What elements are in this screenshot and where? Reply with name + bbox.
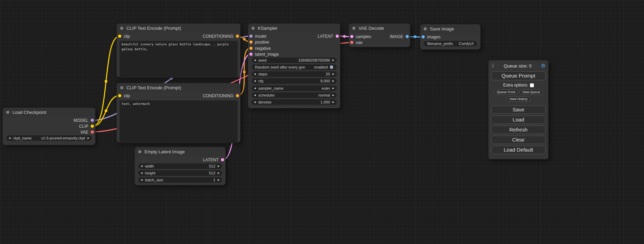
slot-dot-icon[interactable] bbox=[91, 119, 94, 122]
input-slot-positive[interactable]: positive bbox=[248, 39, 269, 45]
view-queue-button[interactable]: View Queue bbox=[519, 89, 543, 95]
node-header[interactable]: CLIP Text Encode (Prompt) bbox=[117, 83, 240, 92]
drag-handle-icon[interactable]: ⣿ bbox=[491, 63, 494, 68]
widget-ckpt-name[interactable]: ◀ ckpt_name v1-5-pruned-emaonly.ckpt ▶ bbox=[6, 135, 92, 141]
widget-scheduler[interactable]: ◀ scheduler normal ▶ bbox=[252, 92, 337, 98]
node-header[interactable]: Load Checkpoint bbox=[3, 108, 95, 117]
decrement-arrow-icon[interactable]: ◀ bbox=[254, 87, 256, 90]
slot-dot-icon[interactable] bbox=[91, 125, 94, 128]
widget-cfg[interactable]: ◀ cfg 8.000 ▶ bbox=[252, 78, 337, 84]
output-slot-conditioning[interactable]: CONDITIONING bbox=[203, 93, 240, 99]
output-slot-conditioning[interactable]: CONDITIONING bbox=[203, 33, 240, 39]
output-slot-vae[interactable]: VAE bbox=[80, 129, 95, 135]
output-slot-latent[interactable]: LATENT bbox=[318, 33, 340, 39]
slot-dot-icon[interactable] bbox=[221, 158, 224, 161]
wire-midpoint-dot[interactable] bbox=[243, 71, 246, 73]
collapse-dot-icon[interactable] bbox=[6, 111, 9, 114]
prompt-textarea[interactable]: text, watermark bbox=[120, 100, 238, 143]
node-header[interactable]: VAE Decode bbox=[349, 24, 410, 33]
decrement-arrow-icon[interactable]: ◀ bbox=[254, 59, 256, 62]
slot-dot-icon[interactable] bbox=[91, 130, 94, 134]
view-history-button[interactable]: View History bbox=[506, 96, 530, 102]
input-slot-model[interactable]: model bbox=[248, 33, 266, 39]
decrement-arrow-icon[interactable]: ◀ bbox=[254, 73, 256, 75]
increment-arrow-icon[interactable]: ▶ bbox=[333, 73, 334, 75]
input-slot-images[interactable]: images bbox=[420, 34, 441, 40]
toggle-dot-icon[interactable] bbox=[330, 65, 333, 69]
wire-midpoint-dot[interactable] bbox=[243, 38, 246, 40]
widget-seed[interactable]: ◀ seed 156680208700286 ▶ bbox=[252, 57, 337, 63]
prompt-textarea[interactable]: beautiful scenery nature glass bottle la… bbox=[120, 41, 238, 78]
output-slot-image[interactable]: IMAGE bbox=[390, 34, 410, 39]
load-default-button[interactable]: Load Default bbox=[491, 146, 546, 154]
input-slot-negative[interactable]: negative bbox=[248, 45, 271, 51]
node-header[interactable]: Empty Latent Image bbox=[135, 147, 226, 156]
increment-arrow-icon[interactable]: ▶ bbox=[333, 80, 334, 82]
node-vae-decode[interactable]: VAE Decode samples vae IMAGE bbox=[349, 24, 410, 47]
decrement-arrow-icon[interactable]: ◀ bbox=[254, 80, 256, 82]
comfy-menu-panel[interactable]: ⣿ Queue size: 0 ⚙ Queue Prompt Extra opt… bbox=[488, 60, 548, 159]
widget-steps[interactable]: ◀ steps 20 ▶ bbox=[252, 71, 337, 77]
slot-dot-icon[interactable] bbox=[406, 35, 409, 38]
slot-dot-icon[interactable] bbox=[236, 94, 239, 97]
slot-dot-icon[interactable] bbox=[249, 53, 253, 56]
wire-midpoint-dot[interactable] bbox=[105, 109, 107, 112]
increment-arrow-icon[interactable]: ▶ bbox=[218, 165, 220, 168]
collapse-dot-icon[interactable] bbox=[120, 27, 123, 30]
decrement-arrow-icon[interactable]: ◀ bbox=[141, 172, 142, 174]
input-slot-vae[interactable]: vae bbox=[349, 39, 362, 45]
collapse-dot-icon[interactable] bbox=[352, 27, 355, 30]
queue-prompt-button[interactable]: Queue Prompt bbox=[491, 71, 546, 80]
node-load-checkpoint[interactable]: Load Checkpoint MODEL CLIP VAE ◀ ckpt_na… bbox=[3, 108, 95, 145]
slot-dot-icon[interactable] bbox=[350, 41, 353, 44]
node-header[interactable]: CLIP Text Encode (Prompt) bbox=[117, 24, 240, 33]
input-slot-clip[interactable]: clip bbox=[117, 93, 130, 99]
increment-arrow-icon[interactable]: ▶ bbox=[333, 87, 334, 90]
widget-batch-size[interactable]: ◀ batch_size 1 ▶ bbox=[138, 177, 222, 183]
slot-dot-icon[interactable] bbox=[118, 94, 121, 97]
increment-arrow-icon[interactable]: ▶ bbox=[333, 101, 334, 103]
input-slot-latent-image[interactable]: latent_image bbox=[248, 51, 279, 57]
increment-arrow-icon[interactable]: ▶ bbox=[88, 137, 89, 139]
extra-options-checkbox[interactable] bbox=[530, 83, 534, 87]
collapse-dot-icon[interactable] bbox=[120, 86, 123, 89]
increment-arrow-icon[interactable]: ▶ bbox=[218, 179, 220, 181]
slot-dot-icon[interactable] bbox=[350, 35, 353, 38]
widget-random-seed[interactable]: Random seed after every gen enabled bbox=[252, 64, 337, 70]
output-slot-latent[interactable]: LATENT bbox=[203, 157, 226, 163]
collapse-dot-icon[interactable] bbox=[138, 150, 141, 153]
decrement-arrow-icon[interactable]: ◀ bbox=[141, 165, 142, 168]
decrement-arrow-icon[interactable]: ◀ bbox=[9, 137, 10, 139]
node-clip-text-encode-negative[interactable]: CLIP Text Encode (Prompt) clip CONDITION… bbox=[117, 83, 240, 143]
wire-midpoint-dot[interactable] bbox=[105, 80, 107, 83]
node-header[interactable]: Save Image bbox=[420, 24, 480, 33]
wire-midpoint-dot[interactable] bbox=[343, 35, 346, 38]
node-ksampler[interactable]: KSampler model positive negative latent_… bbox=[248, 24, 340, 108]
slot-dot-icon[interactable] bbox=[249, 40, 253, 44]
output-slot-clip[interactable]: CLIP bbox=[79, 123, 95, 129]
save-button[interactable]: Save bbox=[491, 106, 546, 114]
increment-arrow-icon[interactable]: ▶ bbox=[333, 94, 334, 97]
slot-dot-icon[interactable] bbox=[422, 35, 425, 38]
slot-dot-icon[interactable] bbox=[118, 35, 121, 38]
widget-sampler-name[interactable]: ◀ sampler_name euler ▶ bbox=[252, 85, 337, 91]
clear-button[interactable]: Clear bbox=[491, 136, 546, 144]
decrement-arrow-icon[interactable]: ◀ bbox=[141, 179, 142, 181]
input-slot-samples[interactable]: samples bbox=[349, 34, 371, 39]
input-slot-clip[interactable]: clip bbox=[117, 33, 130, 39]
slot-dot-icon[interactable] bbox=[336, 35, 339, 38]
widget-width[interactable]: ◀ width 512 ▶ bbox=[138, 163, 222, 169]
node-save-image[interactable]: Save Image images filename_prefix ComfyU… bbox=[420, 24, 480, 49]
refresh-button[interactable]: Refresh bbox=[491, 126, 546, 134]
node-header[interactable]: KSampler bbox=[248, 24, 340, 33]
node-empty-latent-image[interactable]: Empty Latent Image LATENT ◀ width 512 ▶ … bbox=[135, 147, 226, 185]
decrement-arrow-icon[interactable]: ◀ bbox=[254, 101, 256, 103]
output-slot-model[interactable]: MODEL bbox=[73, 117, 95, 123]
slot-dot-icon[interactable] bbox=[249, 47, 253, 50]
settings-gear-icon[interactable]: ⚙ bbox=[541, 63, 546, 69]
load-button[interactable]: Load bbox=[491, 116, 546, 124]
increment-arrow-icon[interactable]: ▶ bbox=[218, 172, 220, 174]
wire-midpoint-dot[interactable] bbox=[414, 35, 416, 38]
increment-arrow-icon[interactable]: ▶ bbox=[333, 59, 334, 62]
widget-filename-prefix[interactable]: filename_prefix ComfyUI bbox=[424, 41, 477, 46]
